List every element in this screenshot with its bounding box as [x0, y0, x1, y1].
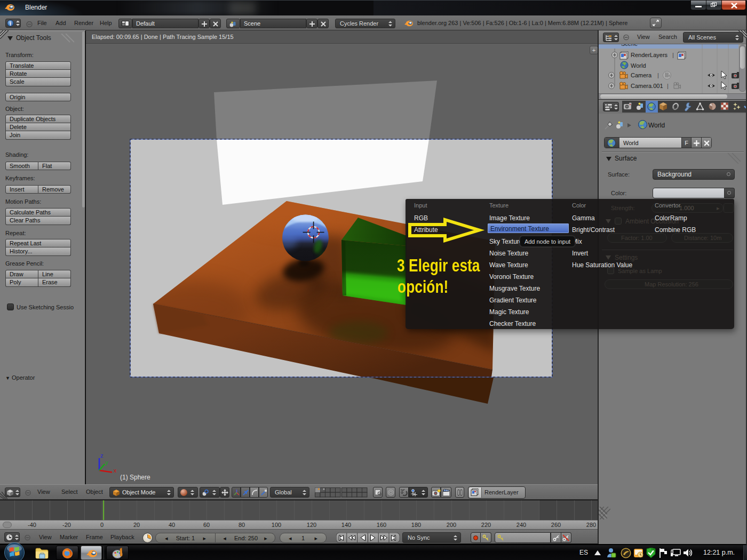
svg-text:200: 200: [447, 522, 456, 528]
svg-text:20: 20: [133, 522, 140, 528]
svg-text:|: |: [672, 52, 674, 58]
svg-text:-20: -20: [62, 522, 71, 528]
svg-text:World: World: [631, 62, 646, 69]
svg-text:60: 60: [203, 522, 210, 528]
svg-text:180: 180: [411, 522, 421, 528]
svg-text:240: 240: [516, 522, 526, 528]
svg-text:0: 0: [100, 522, 104, 528]
svg-text:Camera: Camera: [631, 72, 652, 78]
svg-text:260: 260: [551, 522, 561, 528]
svg-text:|: |: [667, 83, 669, 89]
svg-text:|: |: [657, 72, 659, 78]
svg-text:160: 160: [377, 522, 386, 528]
svg-text:(1) Sphere: (1) Sphere: [120, 474, 150, 481]
svg-text:80: 80: [239, 522, 245, 528]
svg-text:y: y: [105, 459, 108, 466]
svg-text:100: 100: [272, 522, 281, 528]
svg-text:-40: -40: [28, 522, 36, 528]
svg-text:RenderLayers: RenderLayers: [631, 52, 668, 58]
svg-text:Camera.001: Camera.001: [631, 83, 663, 89]
svg-text:40: 40: [169, 522, 175, 528]
svg-text:140: 140: [341, 522, 351, 528]
svg-text:z: z: [100, 452, 104, 459]
svg-text:220: 220: [481, 522, 491, 528]
svg-text:120: 120: [307, 522, 316, 528]
svg-text:x: x: [114, 467, 117, 474]
svg-text:280: 280: [586, 522, 596, 528]
